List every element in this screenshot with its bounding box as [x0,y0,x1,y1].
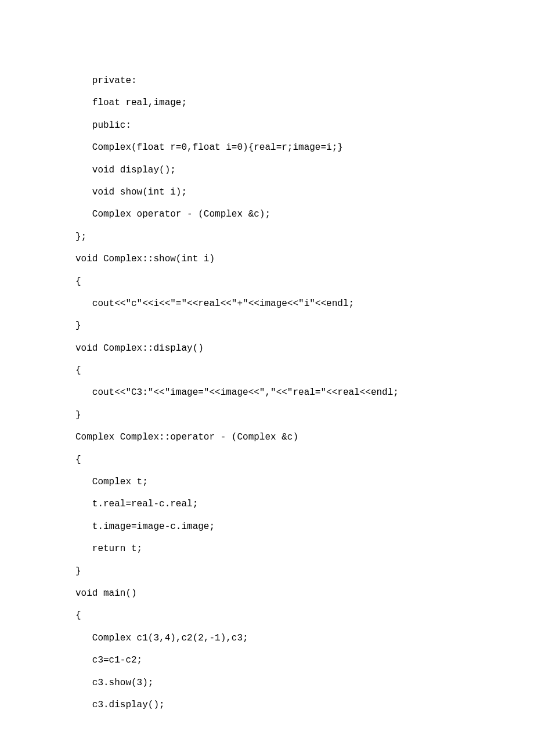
code-line: { [75,449,459,471]
code-line: { [75,271,459,293]
code-line: Complex t; [75,471,459,493]
code-line: { [75,359,459,381]
code-line: cout<<"C3:"<<"image="<<image<<","<<"real… [75,381,459,404]
code-line: return t; [75,538,459,560]
code-line: } [75,404,459,426]
code-line: void Complex::display() [75,337,459,359]
code-line: void display(); [75,159,459,181]
code-line: Complex c1(3,4),c2(2,-1),c3; [75,627,459,649]
code-line: Complex(float r=0,float i=0){real=r;imag… [75,136,459,159]
code-line: void Complex::show(int i) [75,248,459,270]
code-line: void show(int i); [75,181,459,203]
code-line: Complex Complex::operator - (Complex &c) [75,426,459,448]
code-line: void main() [75,582,459,604]
code-line: { [75,604,459,627]
code-line: private: [75,70,459,92]
code-line: c3.display(); [75,694,459,716]
code-line: float real,image; [75,92,459,114]
code-line: cout<<"c"<<i<<"="<<real<<"+"<<image<<"i"… [75,293,459,315]
code-line: t.image=image-c.image; [75,516,459,538]
code-document: private: float real,image; public: Compl… [0,0,534,739]
code-line: Complex operator - (Complex &c); [75,203,459,225]
code-line: } [75,315,459,337]
code-line: } [75,560,459,582]
code-line: c3.show(3); [75,672,459,694]
code-line: }; [75,226,459,248]
code-line: t.real=real-c.real; [75,493,459,515]
code-line: c3=c1-c2; [75,649,459,671]
code-line: public: [75,114,459,136]
